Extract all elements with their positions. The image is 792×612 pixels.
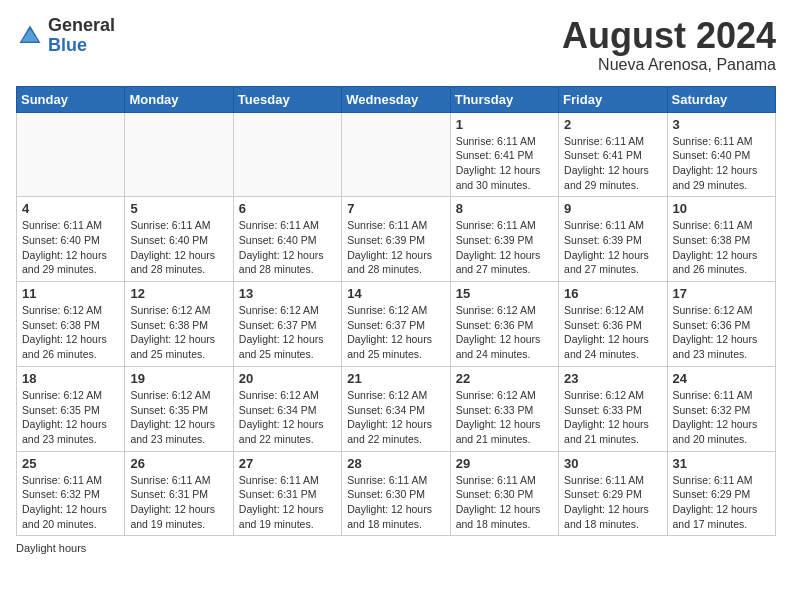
calendar-cell: 2Sunrise: 6:11 AM Sunset: 6:41 PM Daylig… bbox=[559, 112, 667, 197]
calendar-cell: 12Sunrise: 6:12 AM Sunset: 6:38 PM Dayli… bbox=[125, 282, 233, 367]
calendar-cell: 25Sunrise: 6:11 AM Sunset: 6:32 PM Dayli… bbox=[17, 451, 125, 536]
calendar-week-1: 1Sunrise: 6:11 AM Sunset: 6:41 PM Daylig… bbox=[17, 112, 776, 197]
day-header-thursday: Thursday bbox=[450, 86, 558, 112]
day-info: Sunrise: 6:11 AM Sunset: 6:31 PM Dayligh… bbox=[130, 473, 227, 532]
day-number: 14 bbox=[347, 286, 444, 301]
day-header-tuesday: Tuesday bbox=[233, 86, 341, 112]
day-number: 11 bbox=[22, 286, 119, 301]
day-info: Sunrise: 6:11 AM Sunset: 6:31 PM Dayligh… bbox=[239, 473, 336, 532]
calendar-cell bbox=[125, 112, 233, 197]
calendar-cell bbox=[17, 112, 125, 197]
day-info: Sunrise: 6:12 AM Sunset: 6:35 PM Dayligh… bbox=[22, 388, 119, 447]
day-number: 9 bbox=[564, 201, 661, 216]
day-number: 31 bbox=[673, 456, 770, 471]
day-number: 7 bbox=[347, 201, 444, 216]
calendar-cell: 15Sunrise: 6:12 AM Sunset: 6:36 PM Dayli… bbox=[450, 282, 558, 367]
day-number: 15 bbox=[456, 286, 553, 301]
day-info: Sunrise: 6:11 AM Sunset: 6:40 PM Dayligh… bbox=[239, 218, 336, 277]
day-number: 6 bbox=[239, 201, 336, 216]
day-info: Sunrise: 6:12 AM Sunset: 6:38 PM Dayligh… bbox=[22, 303, 119, 362]
day-number: 19 bbox=[130, 371, 227, 386]
location: Nueva Arenosa, Panama bbox=[562, 56, 776, 74]
logo-text: General Blue bbox=[48, 16, 115, 56]
calendar-cell: 18Sunrise: 6:12 AM Sunset: 6:35 PM Dayli… bbox=[17, 366, 125, 451]
day-number: 25 bbox=[22, 456, 119, 471]
calendar-cell: 7Sunrise: 6:11 AM Sunset: 6:39 PM Daylig… bbox=[342, 197, 450, 282]
day-info: Sunrise: 6:12 AM Sunset: 6:37 PM Dayligh… bbox=[239, 303, 336, 362]
day-info: Sunrise: 6:11 AM Sunset: 6:38 PM Dayligh… bbox=[673, 218, 770, 277]
day-info: Sunrise: 6:12 AM Sunset: 6:37 PM Dayligh… bbox=[347, 303, 444, 362]
day-number: 21 bbox=[347, 371, 444, 386]
day-info: Sunrise: 6:11 AM Sunset: 6:39 PM Dayligh… bbox=[456, 218, 553, 277]
calendar-table: SundayMondayTuesdayWednesdayThursdayFrid… bbox=[16, 86, 776, 537]
day-number: 3 bbox=[673, 117, 770, 132]
calendar-cell: 29Sunrise: 6:11 AM Sunset: 6:30 PM Dayli… bbox=[450, 451, 558, 536]
day-header-saturday: Saturday bbox=[667, 86, 775, 112]
day-header-sunday: Sunday bbox=[17, 86, 125, 112]
calendar-cell: 20Sunrise: 6:12 AM Sunset: 6:34 PM Dayli… bbox=[233, 366, 341, 451]
day-number: 10 bbox=[673, 201, 770, 216]
day-number: 12 bbox=[130, 286, 227, 301]
day-info: Sunrise: 6:12 AM Sunset: 6:33 PM Dayligh… bbox=[564, 388, 661, 447]
day-number: 16 bbox=[564, 286, 661, 301]
day-info: Sunrise: 6:11 AM Sunset: 6:40 PM Dayligh… bbox=[130, 218, 227, 277]
calendar-cell: 17Sunrise: 6:12 AM Sunset: 6:36 PM Dayli… bbox=[667, 282, 775, 367]
calendar-cell: 10Sunrise: 6:11 AM Sunset: 6:38 PM Dayli… bbox=[667, 197, 775, 282]
day-info: Sunrise: 6:12 AM Sunset: 6:38 PM Dayligh… bbox=[130, 303, 227, 362]
day-number: 30 bbox=[564, 456, 661, 471]
calendar-cell: 22Sunrise: 6:12 AM Sunset: 6:33 PM Dayli… bbox=[450, 366, 558, 451]
day-number: 8 bbox=[456, 201, 553, 216]
calendar-cell: 11Sunrise: 6:12 AM Sunset: 6:38 PM Dayli… bbox=[17, 282, 125, 367]
logo: General Blue bbox=[16, 16, 115, 56]
day-header-friday: Friday bbox=[559, 86, 667, 112]
calendar-cell: 6Sunrise: 6:11 AM Sunset: 6:40 PM Daylig… bbox=[233, 197, 341, 282]
calendar-cell: 28Sunrise: 6:11 AM Sunset: 6:30 PM Dayli… bbox=[342, 451, 450, 536]
day-info: Sunrise: 6:12 AM Sunset: 6:36 PM Dayligh… bbox=[564, 303, 661, 362]
calendar-cell: 13Sunrise: 6:12 AM Sunset: 6:37 PM Dayli… bbox=[233, 282, 341, 367]
day-info: Sunrise: 6:11 AM Sunset: 6:39 PM Dayligh… bbox=[347, 218, 444, 277]
day-number: 23 bbox=[564, 371, 661, 386]
calendar-cell bbox=[233, 112, 341, 197]
day-info: Sunrise: 6:12 AM Sunset: 6:36 PM Dayligh… bbox=[673, 303, 770, 362]
calendar-cell: 3Sunrise: 6:11 AM Sunset: 6:40 PM Daylig… bbox=[667, 112, 775, 197]
day-number: 22 bbox=[456, 371, 553, 386]
calendar-cell: 27Sunrise: 6:11 AM Sunset: 6:31 PM Dayli… bbox=[233, 451, 341, 536]
calendar-header-row: SundayMondayTuesdayWednesdayThursdayFrid… bbox=[17, 86, 776, 112]
calendar-cell: 16Sunrise: 6:12 AM Sunset: 6:36 PM Dayli… bbox=[559, 282, 667, 367]
day-info: Sunrise: 6:11 AM Sunset: 6:39 PM Dayligh… bbox=[564, 218, 661, 277]
day-number: 13 bbox=[239, 286, 336, 301]
day-number: 26 bbox=[130, 456, 227, 471]
footer-note: Daylight hours bbox=[16, 542, 776, 554]
calendar-week-4: 18Sunrise: 6:12 AM Sunset: 6:35 PM Dayli… bbox=[17, 366, 776, 451]
day-header-wednesday: Wednesday bbox=[342, 86, 450, 112]
day-info: Sunrise: 6:11 AM Sunset: 6:41 PM Dayligh… bbox=[456, 134, 553, 193]
calendar-cell: 31Sunrise: 6:11 AM Sunset: 6:29 PM Dayli… bbox=[667, 451, 775, 536]
day-info: Sunrise: 6:11 AM Sunset: 6:40 PM Dayligh… bbox=[673, 134, 770, 193]
month-year: August 2024 bbox=[562, 16, 776, 56]
calendar-cell bbox=[342, 112, 450, 197]
day-number: 18 bbox=[22, 371, 119, 386]
title-block: August 2024 Nueva Arenosa, Panama bbox=[562, 16, 776, 74]
calendar-cell: 14Sunrise: 6:12 AM Sunset: 6:37 PM Dayli… bbox=[342, 282, 450, 367]
day-info: Sunrise: 6:11 AM Sunset: 6:29 PM Dayligh… bbox=[564, 473, 661, 532]
calendar-cell: 9Sunrise: 6:11 AM Sunset: 6:39 PM Daylig… bbox=[559, 197, 667, 282]
calendar-cell: 4Sunrise: 6:11 AM Sunset: 6:40 PM Daylig… bbox=[17, 197, 125, 282]
logo-icon bbox=[16, 22, 44, 50]
day-number: 24 bbox=[673, 371, 770, 386]
calendar-cell: 26Sunrise: 6:11 AM Sunset: 6:31 PM Dayli… bbox=[125, 451, 233, 536]
day-number: 20 bbox=[239, 371, 336, 386]
day-info: Sunrise: 6:11 AM Sunset: 6:32 PM Dayligh… bbox=[22, 473, 119, 532]
calendar-cell: 1Sunrise: 6:11 AM Sunset: 6:41 PM Daylig… bbox=[450, 112, 558, 197]
page-header: General Blue August 2024 Nueva Arenosa, … bbox=[16, 16, 776, 74]
day-info: Sunrise: 6:12 AM Sunset: 6:33 PM Dayligh… bbox=[456, 388, 553, 447]
day-info: Sunrise: 6:12 AM Sunset: 6:35 PM Dayligh… bbox=[130, 388, 227, 447]
day-info: Sunrise: 6:12 AM Sunset: 6:36 PM Dayligh… bbox=[456, 303, 553, 362]
day-number: 5 bbox=[130, 201, 227, 216]
day-number: 28 bbox=[347, 456, 444, 471]
calendar-cell: 23Sunrise: 6:12 AM Sunset: 6:33 PM Dayli… bbox=[559, 366, 667, 451]
calendar-cell: 8Sunrise: 6:11 AM Sunset: 6:39 PM Daylig… bbox=[450, 197, 558, 282]
day-number: 17 bbox=[673, 286, 770, 301]
day-number: 2 bbox=[564, 117, 661, 132]
day-info: Sunrise: 6:11 AM Sunset: 6:30 PM Dayligh… bbox=[456, 473, 553, 532]
day-info: Sunrise: 6:12 AM Sunset: 6:34 PM Dayligh… bbox=[239, 388, 336, 447]
